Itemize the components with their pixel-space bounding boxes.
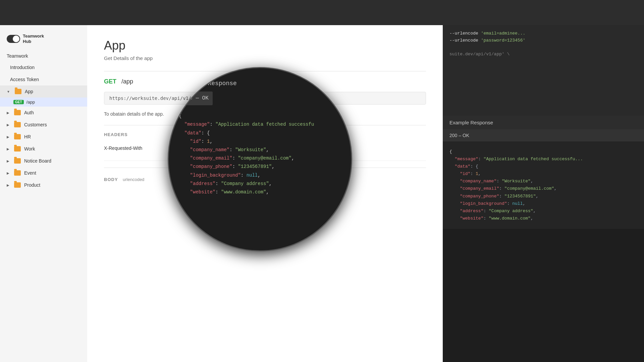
header-name: X-Requested-With: [104, 145, 171, 151]
sidebar-sub-item-get-app[interactable]: GET /app: [0, 98, 87, 107]
response-header: Example Response: [443, 116, 644, 129]
chevron-right-product-icon: ▶: [7, 183, 9, 187]
access-token-label: Access Token: [10, 77, 39, 82]
content-area: App Get Details of the app GET /app http…: [87, 25, 443, 362]
logo-text: Teamwork Hub: [23, 34, 44, 44]
hr-label: HR: [24, 134, 31, 139]
sidebar-item-product[interactable]: ▶ Product: [0, 179, 87, 191]
customers-folder-icon: [14, 122, 21, 127]
json-block: { "message": "Application data fetched s…: [443, 141, 644, 229]
chevron-down-icon: ▼: [7, 90, 10, 94]
header-description: Indicates this is an API request. This h…: [181, 152, 276, 157]
hr-folder-icon: [14, 134, 21, 139]
sidebar-item-introduction[interactable]: Introduction: [0, 61, 87, 73]
sidebar-logo: Teamwork Hub: [0, 28, 87, 47]
app-folder-icon: [15, 89, 21, 94]
code-panel: --urlencode 'email=adminee... --urlencod…: [443, 25, 644, 362]
body-section: BODY urlencoded: [104, 176, 426, 182]
chevron-right-auth-icon: ▶: [7, 111, 9, 115]
sidebar: Teamwork Hub Teamwork Introduction Acces…: [0, 25, 87, 362]
status-bar: 200 – OK: [443, 129, 644, 141]
headers-section: HEADERS X-Requested-With XMLHttpRequest …: [104, 132, 426, 161]
customers-label: Customers: [24, 122, 47, 127]
notice-board-label: Notice Board: [24, 158, 51, 164]
code-panel-top: --urlencode 'email=adminee... --urlencod…: [443, 25, 644, 116]
notice-board-folder-icon: [14, 158, 21, 164]
sidebar-item-work[interactable]: ▶ Work: [0, 143, 87, 155]
top-bar: [0, 0, 644, 25]
chevron-right-event-icon: ▶: [7, 171, 9, 175]
url-box: https://worksuite.dev/api/v1/app: [104, 92, 426, 105]
app-label: App: [25, 89, 33, 94]
introduction-label: Introduction: [10, 65, 35, 70]
sidebar-item-event[interactable]: ▶ Event: [0, 167, 87, 179]
sidebar-item-hr[interactable]: ▶ HR: [0, 131, 87, 143]
sidebar-item-access-token[interactable]: Access Token: [0, 73, 87, 85]
url-line: suite.dev/api/v1/app' \: [449, 52, 509, 57]
method-get-badge: GET: [104, 78, 116, 85]
sidebar-item-auth[interactable]: ▶ Auth: [0, 107, 87, 119]
work-label: Work: [24, 146, 35, 152]
event-folder-icon: [14, 170, 21, 176]
sidebar-item-notice-board[interactable]: ▶ Notice Board: [0, 155, 87, 167]
sidebar-section-teamwork[interactable]: Teamwork: [0, 51, 87, 61]
page-title: App: [104, 39, 426, 53]
product-label: Product: [24, 182, 40, 188]
auth-label: Auth: [24, 110, 34, 115]
headers-label: HEADERS: [104, 132, 426, 137]
chevron-right-customers-icon: ▶: [7, 123, 9, 127]
body-type: urlencoded: [123, 177, 144, 182]
get-app-path: /app: [26, 100, 35, 105]
endpoint-path: /app: [121, 78, 133, 85]
body-label: BODY: [104, 177, 118, 182]
event-label: Event: [24, 170, 36, 176]
product-folder-icon: [14, 182, 21, 188]
get-method-badge: GET: [13, 100, 24, 104]
sidebar-item-app[interactable]: ▼ App: [0, 85, 87, 98]
chevron-right-work-icon: ▶: [7, 147, 9, 151]
work-folder-icon: [14, 146, 21, 152]
auth-folder-icon: [14, 110, 21, 115]
chevron-right-hr-icon: ▶: [7, 135, 9, 139]
sidebar-item-customers[interactable]: ▶ Customers: [0, 119, 87, 131]
header-value: XMLHttpRequest: [181, 145, 276, 151]
logo-icon: [7, 35, 20, 43]
response-section: Example Response 200 – OK { "message": "…: [443, 116, 644, 229]
endpoint-description: To obatain details of the app.: [104, 111, 426, 117]
chevron-right-notice-icon: ▶: [7, 159, 9, 163]
page-subtitle: Get Details of the app: [104, 55, 426, 61]
